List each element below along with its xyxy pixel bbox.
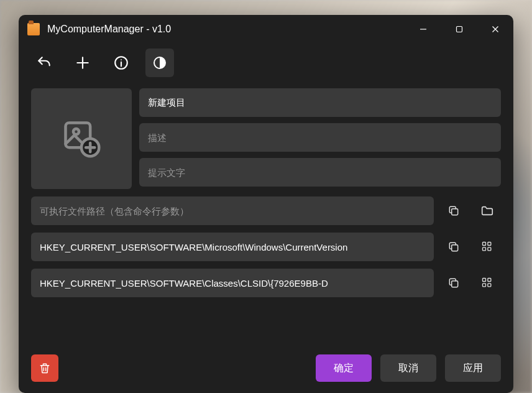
exe-browse-button[interactable] <box>474 196 501 225</box>
close-button[interactable] <box>477 15 513 44</box>
exe-path-input[interactable] <box>31 196 434 225</box>
svg-rect-15 <box>483 279 486 282</box>
maximize-icon <box>456 25 463 33</box>
svg-rect-18 <box>488 284 491 287</box>
top-row <box>31 88 501 189</box>
plus-icon <box>75 55 91 71</box>
add-button[interactable] <box>68 49 97 77</box>
exe-copy-button[interactable] <box>440 196 467 225</box>
add-image-icon <box>60 118 103 160</box>
contrast-icon <box>152 55 167 70</box>
window-controls <box>405 15 513 44</box>
svg-rect-12 <box>488 243 491 246</box>
app-window: MyComputerManager - v1.0 <box>19 15 513 393</box>
reg1-open-button[interactable] <box>474 233 501 261</box>
content-area <box>19 82 513 307</box>
window-title: MyComputerManager - v1.0 <box>47 24 171 35</box>
svg-point-3 <box>121 59 122 60</box>
icon-picker[interactable] <box>31 88 132 189</box>
svg-rect-8 <box>452 209 458 215</box>
reg2-copy-button[interactable] <box>440 269 467 297</box>
svg-rect-9 <box>452 245 458 251</box>
registry-path-2-input[interactable] <box>31 269 434 297</box>
tooltip-input[interactable] <box>139 158 501 187</box>
svg-point-6 <box>73 129 79 134</box>
app-icon <box>27 23 40 35</box>
bottom-bar: 确定 取消 应用 <box>19 354 513 393</box>
ok-button[interactable]: 确定 <box>316 354 372 382</box>
theme-toggle-button[interactable] <box>145 49 174 77</box>
text-fields <box>139 88 501 189</box>
reg1-row <box>31 233 501 261</box>
svg-rect-17 <box>488 279 491 282</box>
regedit-icon <box>481 241 493 253</box>
svg-rect-16 <box>483 284 486 287</box>
exe-row <box>31 196 501 225</box>
svg-rect-14 <box>452 281 458 287</box>
minimize-icon <box>420 25 427 33</box>
svg-rect-11 <box>483 247 486 251</box>
undo-icon <box>36 55 52 71</box>
svg-rect-0 <box>457 27 462 32</box>
svg-rect-10 <box>483 243 486 246</box>
minimize-button[interactable] <box>405 15 441 44</box>
registry-path-1-input[interactable] <box>31 233 434 261</box>
titlebar: MyComputerManager - v1.0 <box>19 15 513 44</box>
name-input[interactable] <box>139 88 501 117</box>
close-icon <box>492 25 499 33</box>
copy-icon <box>447 241 460 253</box>
apply-button[interactable]: 应用 <box>445 354 501 382</box>
copy-icon <box>447 205 460 217</box>
undo-button[interactable] <box>30 49 58 77</box>
trash-icon <box>39 362 51 374</box>
info-icon <box>113 55 129 71</box>
maximize-button[interactable] <box>441 15 477 44</box>
reg2-row <box>31 269 501 297</box>
description-input[interactable] <box>139 123 501 152</box>
info-button[interactable] <box>107 49 135 77</box>
toolbar <box>19 44 513 82</box>
reg2-open-button[interactable] <box>474 269 501 297</box>
regedit-icon <box>481 277 493 289</box>
cancel-button[interactable]: 取消 <box>380 354 436 382</box>
reg1-copy-button[interactable] <box>440 233 467 261</box>
delete-button[interactable] <box>31 354 58 382</box>
copy-icon <box>447 277 460 289</box>
svg-rect-13 <box>488 247 491 251</box>
folder-icon <box>480 204 494 218</box>
